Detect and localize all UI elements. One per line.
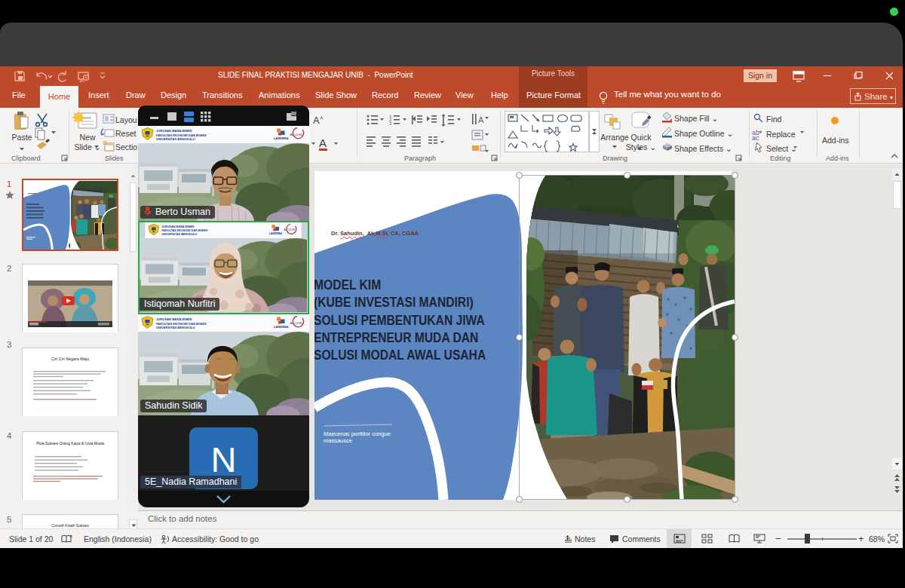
svg-text:ac: ac [752,134,759,142]
svg-text:3: 3 [389,121,392,126]
svg-text:Pola Sukses Orang Kaya di Usia: Pola Sukses Orang Kaya di Usia Muda [36,441,104,446]
svg-text:A: A [478,115,484,124]
svg-text:Contoh Kisah Sukses: Contoh Kisah Sukses [51,523,89,528]
svg-text:Ciri Ciri Negara Maju: Ciri Ciri Negara Maju [51,357,89,361]
svg-text:A: A [319,136,327,149]
svg-text:A: A [313,115,320,126]
svg-text:˄: ˄ [320,115,324,121]
